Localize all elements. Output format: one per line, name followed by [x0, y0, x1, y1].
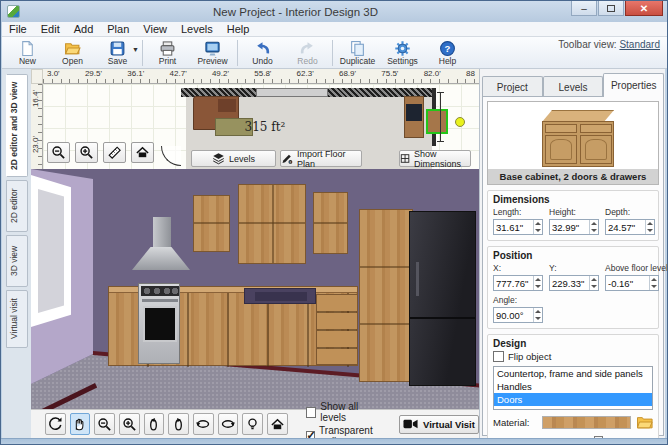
toolbar-view-link[interactable]: Standard	[619, 39, 660, 50]
fridge-handle	[416, 262, 419, 296]
settings-gear-icon	[394, 40, 411, 57]
open-button[interactable]: Open	[50, 38, 95, 68]
save-dropdown-icon[interactable]: ▼	[132, 46, 139, 53]
zoom-out-icon	[51, 145, 66, 160]
tab-virtual-visit[interactable]: Virtual visit	[6, 290, 28, 348]
view-zoom-in-button[interactable]	[119, 413, 140, 435]
preview-button[interactable]: Preview	[190, 38, 235, 68]
menu-edit[interactable]: Edit	[34, 23, 67, 35]
material-folder-icon[interactable]	[637, 416, 653, 429]
stove[interactable]	[138, 283, 180, 364]
angle-input[interactable]	[494, 308, 533, 322]
room-area-label: 315 ft²	[225, 120, 305, 134]
range-hood-canopy[interactable]	[132, 247, 190, 270]
save-floppy-icon	[109, 40, 126, 57]
rotate-360-button[interactable]	[45, 413, 66, 435]
tab-levels[interactable]: Levels	[543, 76, 604, 97]
plan-window-opening[interactable]	[256, 88, 328, 97]
menu-help[interactable]: Help	[220, 23, 257, 35]
x-input[interactable]	[494, 276, 533, 290]
light-bulb-icon	[245, 417, 260, 432]
tab-2d-editor[interactable]: 2D editor	[6, 180, 28, 232]
save-button[interactable]: Save ▼	[95, 38, 140, 68]
lighting-button[interactable]	[242, 413, 263, 435]
vertical-ruler: 16.4' 23.0'	[31, 84, 43, 169]
sink-countertop[interactable]	[244, 288, 316, 304]
orbit-left-button[interactable]	[193, 413, 214, 435]
menu-plan[interactable]: Plan	[100, 23, 136, 35]
view-zoom-out-button[interactable]	[94, 413, 115, 435]
close-button[interactable]: ✕	[625, 1, 663, 16]
plan-measure-button[interactable]	[103, 142, 126, 163]
plan-zoom-in-button[interactable]	[75, 142, 98, 163]
length-input[interactable]	[494, 220, 533, 234]
flip-object-option[interactable]: Flip object	[493, 351, 653, 362]
minimize-button[interactable]: –	[571, 1, 597, 16]
help-button[interactable]: ? Help	[425, 38, 470, 68]
tab-3d-view[interactable]: 3D view	[6, 235, 28, 287]
rotate-right-button[interactable]	[168, 413, 189, 435]
undo-button[interactable]: Undo	[240, 38, 285, 68]
levels-button[interactable]: Levels	[191, 150, 276, 167]
design-parts-list: Countertop, frame and side panels Handle…	[493, 366, 653, 410]
print-button[interactable]: Print	[145, 38, 190, 68]
flip-object-checkbox[interactable]	[493, 351, 504, 362]
redo-button[interactable]: Redo	[285, 38, 330, 68]
depth-input[interactable]	[606, 220, 645, 234]
wall-cabinet-single-left[interactable]	[193, 195, 230, 252]
list-item-countertop[interactable]: Countertop, frame and side panels	[494, 367, 652, 380]
angle-spinner[interactable]	[533, 308, 542, 322]
menu-levels[interactable]: Levels	[174, 23, 220, 35]
list-item-doors[interactable]: Doors	[494, 393, 652, 406]
show-dimensions-button[interactable]: Show Dimensions	[399, 150, 471, 167]
tab-2d-and-3d[interactable]: 2D editor and 3D view	[6, 74, 28, 177]
virtual-visit-button[interactable]: Virtual Visit	[399, 415, 479, 434]
plan-home-button[interactable]	[131, 142, 154, 163]
y-spinner[interactable]	[589, 276, 598, 290]
cooktop	[141, 286, 179, 296]
plan-rotate-handle[interactable]	[455, 117, 465, 127]
import-floor-plan-button[interactable]: o Import Floor Plan	[280, 150, 362, 167]
menu-view[interactable]: View	[136, 23, 174, 35]
wall-cabinet-single-right[interactable]	[313, 192, 348, 254]
list-item-handles[interactable]: Handles	[494, 380, 652, 393]
plan-appliance[interactable]	[406, 104, 422, 121]
window-3d[interactable]	[31, 175, 71, 327]
height-spinner[interactable]	[589, 220, 598, 234]
above-floor-level-input[interactable]	[606, 276, 649, 290]
afl-spinner[interactable]	[649, 276, 658, 290]
length-spinner[interactable]	[533, 220, 542, 234]
refrigerator[interactable]	[409, 211, 476, 386]
show-all-levels-option[interactable]: Show all levels	[306, 401, 385, 423]
tab-project[interactable]: Project	[482, 76, 543, 97]
wall-cabinet-double[interactable]	[238, 184, 306, 264]
orbit-right-button[interactable]	[218, 413, 239, 435]
drawer-cabinet[interactable]	[316, 294, 358, 365]
menu-file[interactable]: File	[2, 23, 34, 35]
pan-hand-button[interactable]	[70, 413, 91, 435]
maximize-button[interactable]	[598, 1, 624, 16]
kitchen-3d-viewport[interactable]	[31, 169, 479, 409]
menu-add[interactable]: Add	[67, 23, 101, 35]
material-swatch[interactable]	[542, 416, 632, 429]
view-home-button[interactable]	[267, 413, 288, 435]
x-spinner[interactable]	[533, 276, 542, 290]
height-input[interactable]	[550, 220, 589, 234]
settings-button[interactable]: Settings	[380, 38, 425, 68]
oven-door	[143, 306, 177, 342]
floor-plan-canvas[interactable]: 315 ft² Levels o Import Floor Plan	[43, 84, 479, 169]
range-hood-chimney[interactable]	[153, 217, 171, 249]
plan-zoom-out-button[interactable]	[47, 142, 70, 163]
tab-properties[interactable]: Properties	[603, 73, 664, 97]
menu-bar: File Edit Add Plan View Levels Help	[2, 22, 668, 37]
design-group: Design Flip object Countertop, frame and…	[487, 334, 659, 445]
plan-selected-cabinet[interactable]	[426, 109, 448, 134]
y-input[interactable]	[550, 276, 589, 290]
show-all-levels-checkbox[interactable]	[306, 407, 317, 418]
plan-door-swing[interactable]	[161, 146, 181, 166]
new-button[interactable]: New	[5, 38, 50, 68]
tall-cabinet[interactable]	[359, 209, 413, 382]
rotate-left-button[interactable]	[144, 413, 165, 435]
depth-spinner[interactable]	[645, 220, 654, 234]
duplicate-button[interactable]: Duplicate	[335, 38, 380, 68]
